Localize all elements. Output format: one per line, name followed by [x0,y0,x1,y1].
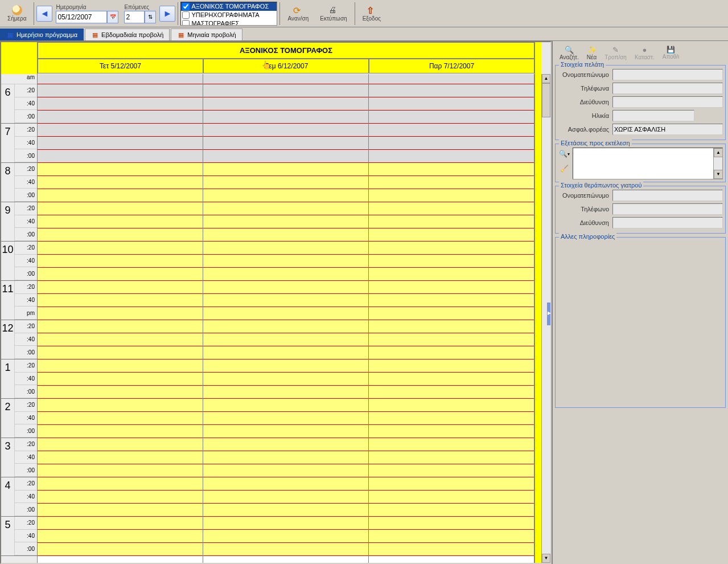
slot[interactable] [369,202,534,215]
doctor-name-input[interactable] [612,190,723,201]
prev-date-button[interactable] [36,6,52,22]
print-button[interactable]: Εκτύπωση [315,3,352,23]
slot[interactable] [369,176,534,189]
slot[interactable] [38,74,203,84]
slot[interactable] [369,451,534,464]
slot[interactable] [369,491,534,504]
slot[interactable] [369,242,534,255]
delete-button[interactable]: Καταστ. [631,44,658,62]
slot[interactable] [38,517,203,530]
slot[interactable] [38,163,203,176]
slot[interactable] [38,124,203,137]
slot[interactable] [203,215,368,228]
slot[interactable] [203,307,368,320]
slot[interactable] [38,202,203,215]
tab-weekly[interactable]: Εβδομαδιαία προβολή [85,28,170,40]
slot[interactable] [369,97,534,111]
slot[interactable] [203,517,368,530]
slot[interactable] [38,268,203,281]
slot[interactable] [38,464,203,477]
slot[interactable] [203,84,368,97]
slot[interactable] [203,255,368,268]
resource-check-2[interactable] [182,20,190,26]
slot[interactable] [38,84,203,97]
new-button[interactable]: Νέα [583,44,600,62]
slot[interactable] [38,451,203,464]
slot[interactable] [369,215,534,228]
today-button[interactable]: Σήμερα [2,3,31,23]
slot[interactable] [203,333,368,346]
slot[interactable] [369,543,534,556]
slot[interactable] [38,97,203,111]
day-header-2[interactable]: Παρ 7/12/2007 [369,59,534,73]
slot[interactable] [203,111,368,124]
slot[interactable] [203,163,368,176]
slot[interactable] [38,373,203,386]
slot[interactable] [203,320,368,333]
edit-button[interactable]: Τροπ/ση [601,44,630,62]
slot[interactable] [369,255,534,268]
slot[interactable] [203,359,368,373]
date-picker-button[interactable]: 📅 [107,11,118,23]
slot[interactable] [369,150,534,163]
slot[interactable] [38,359,203,373]
slot[interactable] [369,111,534,124]
save-button[interactable]: Αποθ/ι [659,44,683,62]
slot[interactable] [38,491,203,504]
slot[interactable] [369,464,534,477]
slot[interactable] [203,464,368,477]
slot[interactable] [203,294,368,307]
slot[interactable] [369,228,534,242]
exam-scroll-up[interactable]: ▲ [714,148,723,157]
exam-clear-button[interactable] [558,162,570,175]
client-insurance-input[interactable] [612,124,723,135]
slot[interactable] [38,399,203,412]
slot[interactable] [203,412,368,425]
scroll-thumb[interactable] [542,83,550,117]
slot[interactable] [38,189,203,202]
slot[interactable] [369,412,534,425]
slot[interactable] [203,346,368,359]
slot[interactable] [203,477,368,491]
slot[interactable] [369,124,534,137]
exam-search-button[interactable]: ▾ [558,148,570,160]
slot[interactable] [369,189,534,202]
client-address-input[interactable] [612,96,723,108]
next-date-button[interactable] [159,6,175,22]
slot[interactable] [38,228,203,242]
slot[interactable] [203,543,368,556]
slot[interactable] [369,530,534,543]
slot[interactable] [38,504,203,517]
doctor-address-input[interactable] [612,217,723,228]
slot[interactable] [203,150,368,163]
scroll-down-button[interactable]: ▼ [542,554,550,563]
tab-monthly[interactable]: Μηνιαία προβολή [171,28,242,40]
slot[interactable] [203,386,368,399]
slot[interactable] [203,242,368,255]
tab-daily[interactable]: Ημερήσιο πρόγραμμα [0,28,84,40]
slot[interactable] [203,399,368,412]
scroll-up-button[interactable]: ▲ [542,74,550,83]
slot[interactable] [38,137,203,150]
day-col-0[interactable] [38,74,203,563]
slot[interactable] [38,281,203,294]
slot[interactable] [203,281,368,294]
day-col-1[interactable] [203,74,369,563]
doctor-phone-input[interactable] [612,203,723,215]
client-age-input[interactable] [612,110,694,121]
slot[interactable] [203,228,368,242]
slot[interactable] [38,176,203,189]
slot[interactable] [203,97,368,111]
slot[interactable] [38,320,203,333]
exam-scroll-down[interactable]: ▼ [714,170,723,179]
slot[interactable] [369,74,534,84]
slot[interactable] [203,189,368,202]
slot[interactable] [38,530,203,543]
slot[interactable] [369,163,534,176]
slot[interactable] [38,412,203,425]
slot[interactable] [203,137,368,150]
slot[interactable] [203,268,368,281]
client-name-input[interactable] [612,69,723,80]
slot[interactable] [38,386,203,399]
slot[interactable] [369,333,534,346]
